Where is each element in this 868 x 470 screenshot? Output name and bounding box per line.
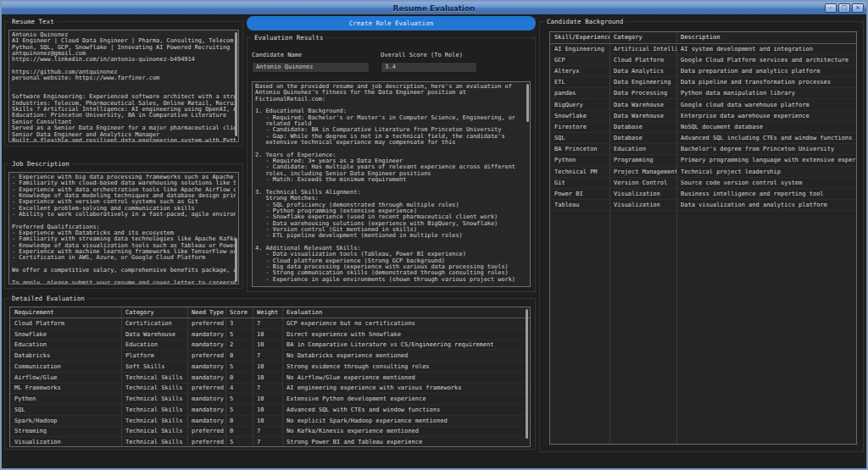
cell-category: Technical Skills <box>121 417 187 424</box>
cell-need-type: mandatory <box>187 363 225 370</box>
table-row[interactable]: Airflow/Glue Technical Skills mandatory … <box>10 373 530 384</box>
cell-description: Google cloud data warehouse platform <box>676 102 856 108</box>
app-window: Resume Evaluation – □ × Resume Text Anto… <box>0 0 868 470</box>
table-row[interactable]: Python Technical Skills mandatory 5 10 E… <box>10 394 530 405</box>
candidate-name-label: Candidate Name <box>252 52 381 58</box>
table-row[interactable]: Snowflake Data Warehouse mandatory 5 10 … <box>10 329 530 340</box>
cell-requirement: Snowflake <box>10 331 121 338</box>
overall-score-label: Overall Score (To Role) <box>381 52 478 58</box>
table-row[interactable]: Firestore Database NoSQL document databa… <box>550 122 856 133</box>
top-row: Resume Text Antonio Quinonez AI Engineer… <box>4 16 536 292</box>
resume-text-area[interactable]: Antonio Quinonez AI Engineer | Cloud Dat… <box>8 30 239 142</box>
create-role-evaluation-button[interactable]: Create Role Evaluation <box>247 16 536 30</box>
cell-skill-experience: pandas <box>550 90 609 97</box>
table-row[interactable]: Streaming Technical Skills preferred 0 7… <box>10 427 530 438</box>
cell-weight: 10 <box>253 341 282 348</box>
table-row[interactable]: Visualization Technical Skills preferred… <box>10 437 530 447</box>
column-header-evaluation[interactable]: Evaluation <box>282 309 530 316</box>
overall-score-group: Overall Score (To Role) 3.4 <box>381 52 478 73</box>
column-header-skill-experience[interactable]: Skill/Experience <box>550 34 609 41</box>
cell-evaluation: Strong evidence through consulting roles <box>282 363 530 370</box>
cell-skill-experience: Technical PM <box>550 169 609 175</box>
resume-text-panel-title: Resume Text <box>9 18 57 25</box>
table-row[interactable]: Snowflake Data Warehouse Enterprise data… <box>550 111 856 122</box>
cell-skill-experience: Snowflake <box>550 113 609 119</box>
table-row[interactable]: Databricks Platform preferred 0 7 No Dat… <box>10 351 530 362</box>
cell-evaluation: Strong Power BI and Tableau experience <box>282 439 530 445</box>
minimize-button[interactable]: – <box>825 3 837 13</box>
table-row[interactable]: ML Frameworks Technical Skills preferred… <box>10 384 530 395</box>
cell-weight: 10 <box>253 363 282 370</box>
table-row[interactable]: Communication Soft Skills mandatory 5 10… <box>10 362 530 373</box>
background-table-body: AI Engineering Artificial Intellig AI sy… <box>550 44 856 212</box>
table-row[interactable]: SQL Technical Skills mandatory 5 10 Adva… <box>10 405 530 416</box>
column-header-need-type[interactable]: Need Type <box>187 309 225 316</box>
table-row[interactable]: Tableau Visualization Data visualization… <box>550 200 856 211</box>
table-row[interactable]: Alteryx Data Analytics Data preparation … <box>550 66 856 77</box>
close-button[interactable]: × <box>852 3 864 13</box>
table-row[interactable]: pandas Data Processing Python data manip… <box>550 88 856 99</box>
table-row[interactable]: ETL Data Engineering Data pipeline and t… <box>550 77 856 88</box>
cell-description: Data preparation and analytics platform <box>676 68 856 75</box>
column-header-requirement[interactable]: Requirement <box>10 309 121 316</box>
column-header-weight[interactable]: Weight <box>253 309 282 316</box>
evaluation-text-area[interactable]: Based on the provided resume and job des… <box>252 81 531 287</box>
job-description-panel: Job Description - Experience with big da… <box>4 163 243 289</box>
cell-category: Technical Skills <box>121 439 187 445</box>
column-header-score[interactable]: Score <box>225 309 253 316</box>
cell-category: Visualization <box>609 202 676 208</box>
cell-evaluation: No Databricks experience mentioned <box>282 352 530 359</box>
table-row[interactable]: Spark/Hadoop Technical Skills mandatory … <box>10 416 530 427</box>
cell-skill-experience: Power BI <box>550 191 609 197</box>
table-row[interactable]: BA Princeton Education Bachelor's degree… <box>550 144 856 155</box>
detailed-table-scrollbar[interactable] <box>526 309 528 439</box>
column-header-description[interactable]: Description <box>676 34 856 41</box>
table-row[interactable]: Technical PM Project Management Technica… <box>550 167 856 178</box>
table-row[interactable]: Cloud Platform Certification preferred 3… <box>10 318 530 329</box>
cell-evaluation: No Airflow/Glue experience mentioned <box>282 374 530 381</box>
cell-requirement: SQL <box>10 406 121 413</box>
column-header-category[interactable]: Category <box>121 309 187 316</box>
cell-requirement: Spark/Hadoop <box>10 417 121 424</box>
cell-skill-experience: Tableau <box>550 202 609 208</box>
table-row[interactable]: Python Programming Primary programming l… <box>550 155 856 166</box>
left-column: Resume Text Antonio Quinonez AI Engineer… <box>4 16 243 292</box>
window-title: Resume Evaluation <box>392 4 475 13</box>
cell-score: 0 <box>225 352 253 359</box>
cell-score: 5 <box>225 406 253 413</box>
cell-description: Data visualization and analytics platfor… <box>676 202 856 208</box>
cell-description: Google Cloud Platform services and archi… <box>676 57 856 64</box>
detailed-evaluation-panel-title: Detailed Evaluation <box>9 295 87 302</box>
resume-scrollbar[interactable] <box>235 32 237 136</box>
table-row[interactable]: AI Engineering Artificial Intellig AI sy… <box>550 44 856 55</box>
cell-evaluation: GCP experience but no certifications <box>282 320 530 327</box>
cell-weight: 7 <box>253 428 282 434</box>
job-description-text-area[interactable]: - Experience with big data processing fr… <box>8 172 239 285</box>
overall-score-field[interactable]: 3.4 <box>381 62 477 73</box>
cell-category: Soft Skills <box>121 363 187 370</box>
table-row[interactable]: SQL Database Advanced SQL including CTEs… <box>550 133 856 144</box>
cell-evaluation: Direct experience with Snowflake <box>282 331 530 338</box>
table-row[interactable]: Power BI Visualization Business intellig… <box>550 189 856 200</box>
cell-weight: 7 <box>253 384 282 391</box>
cell-requirement: Visualization <box>10 439 121 445</box>
cell-description: NoSQL document database <box>676 124 856 130</box>
detailed-evaluation-panel: Detailed Evaluation Requirement Category… <box>4 298 536 450</box>
cell-category: Database <box>609 124 676 130</box>
cell-category: Technical Skills <box>121 406 187 413</box>
table-row[interactable]: GCP Cloud Platform Google Cloud Platform… <box>550 55 856 66</box>
table-row[interactable]: Git Version Control Source code version … <box>550 178 856 189</box>
cell-weight: 10 <box>253 406 282 413</box>
table-row[interactable]: Education Education mandatory 2 10 BA in… <box>10 340 530 351</box>
job-description-scrollbar[interactable] <box>235 238 237 282</box>
evaluation-fields: Candidate Name Antonio Quinonez Overall … <box>252 52 531 73</box>
cell-score: 5 <box>225 363 253 370</box>
candidate-name-field[interactable]: Antonio Quinonez <box>252 62 370 73</box>
main-content: Resume Text Antonio Quinonez AI Engineer… <box>2 14 866 468</box>
cell-requirement: Airflow/Glue <box>10 374 121 381</box>
table-row[interactable]: BigQuery Data Warehouse Google cloud dat… <box>550 99 856 110</box>
maximize-button[interactable]: □ <box>838 3 850 13</box>
cell-weight: 10 <box>253 417 282 424</box>
column-header-category[interactable]: Category <box>609 34 676 41</box>
evaluation-scrollbar[interactable] <box>526 84 529 122</box>
